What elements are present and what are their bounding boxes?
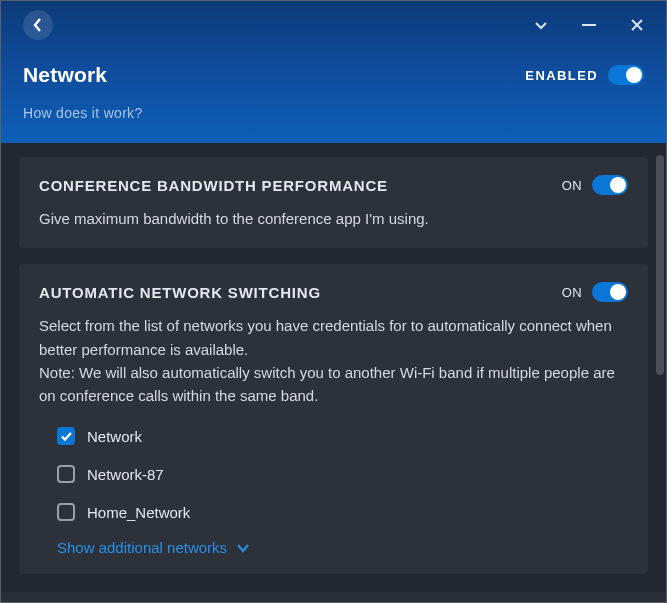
conference-bandwidth-card: CONFERENCE BANDWIDTH PERFORMANCE ON Give… [19, 157, 648, 248]
chevron-left-icon [33, 18, 43, 32]
bandwidth-toggle[interactable] [592, 175, 628, 195]
enabled-toggle-group: ENABLED [525, 65, 644, 85]
autoswitch-toggle[interactable] [592, 282, 628, 302]
chevron-down-icon [237, 543, 249, 553]
enabled-toggle[interactable] [608, 65, 644, 85]
checkbox[interactable] [57, 465, 75, 483]
network-checkbox-row[interactable]: Network-87 [57, 465, 628, 483]
show-additional-networks[interactable]: Show additional networks [39, 539, 628, 556]
card-desc: Give maximum bandwidth to the conference… [39, 207, 628, 230]
window-right-controls [534, 18, 644, 32]
bandwidth-toggle-group: ON [562, 175, 628, 195]
card-title: AUTOMATIC NETWORK SWITCHING [39, 284, 321, 301]
show-more-label: Show additional networks [57, 539, 227, 556]
close-button[interactable] [630, 18, 644, 32]
back-button[interactable] [23, 10, 53, 40]
card-desc: Select from the list of networks you hav… [39, 314, 628, 407]
enabled-label: ENABLED [525, 68, 598, 83]
checkbox[interactable] [57, 503, 75, 521]
network-checkbox-row[interactable]: Network [57, 427, 628, 445]
autoswitch-toggle-group: ON [562, 282, 628, 302]
chevron-down-icon[interactable] [534, 18, 548, 32]
minimize-button[interactable] [582, 24, 596, 26]
network-settings-window: Network ENABLED How does it work? CONFER… [0, 0, 667, 603]
window-controls [23, 1, 644, 49]
how-does-it-work-link[interactable]: How does it work? [23, 105, 644, 121]
scrollbar-thumb[interactable] [656, 155, 664, 375]
auto-switch-card: AUTOMATIC NETWORK SWITCHING ON Select fr… [19, 264, 648, 574]
page-title: Network [23, 63, 107, 87]
network-checkbox-row[interactable]: Home_Network [57, 503, 628, 521]
title-row: Network ENABLED [23, 63, 644, 87]
network-name: Home_Network [87, 504, 190, 521]
checkbox[interactable] [57, 427, 75, 445]
network-list: NetworkNetwork-87Home_Network [39, 427, 628, 521]
card-title: CONFERENCE BANDWIDTH PERFORMANCE [39, 177, 388, 194]
network-name: Network [87, 428, 142, 445]
toggle-label: ON [562, 285, 582, 300]
header: Network ENABLED How does it work? [1, 1, 666, 143]
content-scroll[interactable]: CONFERENCE BANDWIDTH PERFORMANCE ON Give… [1, 143, 666, 592]
network-name: Network-87 [87, 466, 164, 483]
toggle-label: ON [562, 178, 582, 193]
